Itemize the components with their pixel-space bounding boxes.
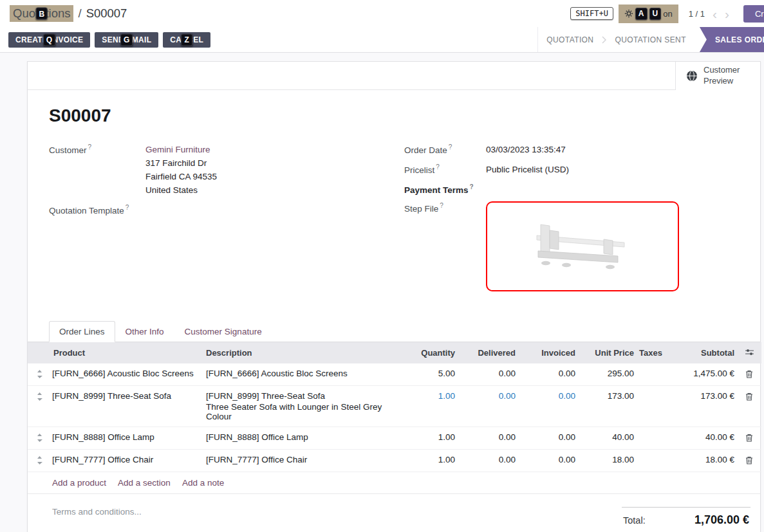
drag-handle-icon[interactable] xyxy=(28,427,51,450)
customer-label: Customer? xyxy=(49,143,145,155)
sheet-head: S00007 Customer? Gemini Furniture 317 Fa… xyxy=(28,90,760,298)
stage-quotation[interactable]: QUOTATION xyxy=(538,35,602,44)
cell-product[interactable]: [FURN_6666] Acoustic Bloc Screens xyxy=(51,363,203,386)
step-file-3d-render xyxy=(521,216,644,277)
terms-placeholder[interactable]: Terms and conditions... xyxy=(52,507,142,517)
record-title[interactable]: S00007 xyxy=(49,105,739,126)
gear-icon xyxy=(624,9,633,18)
cell-product[interactable]: [FURN_8888] Office Lamp xyxy=(51,427,203,450)
cell-delivered[interactable]: 0.00 xyxy=(458,386,518,427)
breadcrumb-quotations-link[interactable]: Quotations B xyxy=(10,5,73,22)
step-file-label: Step File? xyxy=(404,201,486,214)
help-icon: ? xyxy=(126,204,129,211)
cell-product[interactable]: [FURN_7777] Office Chair xyxy=(51,450,203,472)
drag-handle-icon[interactable] xyxy=(28,386,51,427)
tab-other-info[interactable]: Other Info xyxy=(115,321,174,342)
create-invoice-button[interactable]: CREATE INVOICE Q xyxy=(8,32,90,48)
cell-delivered[interactable]: 0.00 xyxy=(458,363,518,386)
stage-sales-order-active[interactable]: SALES ORDER xyxy=(700,27,764,52)
cancel-button[interactable]: CANCEL Z xyxy=(163,32,210,48)
delete-line-icon[interactable] xyxy=(737,386,761,427)
tab-order-lines[interactable]: Order Lines xyxy=(49,321,115,342)
order-line-row[interactable]: [FURN_8999] Three-Seat Sofa [FURN_8999] … xyxy=(28,386,761,427)
list-footer-links: Add a product Add a section Add a note xyxy=(28,472,760,494)
cell-product[interactable]: [FURN_8999] Three-Seat Sofa xyxy=(51,386,203,427)
cell-taxes[interactable] xyxy=(637,386,670,427)
create-button[interactable]: Create xyxy=(743,5,764,23)
add-product-link[interactable]: Add a product xyxy=(52,478,106,488)
help-icon: ? xyxy=(470,183,474,190)
stage-quotation-sent[interactable]: QUOTATION SENT xyxy=(606,35,694,44)
cell-taxes[interactable] xyxy=(637,363,670,386)
field-customer: Customer? Gemini Furniture 317 Fairchild… xyxy=(49,143,394,197)
pricelist-label: Pricelist? xyxy=(404,163,486,175)
cell-description[interactable]: [FURN_8888] Office Lamp xyxy=(203,427,396,450)
col-unit-price: Unit Price xyxy=(578,342,637,363)
cell-unit-price[interactable]: 173.00 xyxy=(578,386,637,427)
breadcrumb-separator: / xyxy=(78,6,81,21)
cell-unit-price[interactable]: 18.00 xyxy=(578,450,637,472)
field-order-date: Order Date? 03/03/2023 13:35:47 xyxy=(404,143,739,156)
tab-customer-signature[interactable]: Customer Signature xyxy=(174,321,272,342)
cell-invoiced[interactable]: 0.00 xyxy=(518,427,578,450)
cell-taxes[interactable] xyxy=(637,450,670,472)
delete-line-icon[interactable] xyxy=(737,450,761,472)
cell-invoiced[interactable]: 0.00 xyxy=(518,450,578,472)
cell-description[interactable]: [FURN_7777] Office Chair xyxy=(203,450,396,472)
action-menu-label: on xyxy=(663,9,672,19)
customer-preview-button[interactable]: Customer Preview xyxy=(675,62,760,90)
cell-unit-price[interactable]: 40.00 xyxy=(578,427,637,450)
field-payment-terms: Payment Terms? xyxy=(404,183,739,195)
add-section-link[interactable]: Add a section xyxy=(118,478,171,488)
cell-invoiced[interactable]: 0.00 xyxy=(518,386,578,427)
send-email-button[interactable]: SEND EMAIL G xyxy=(95,32,158,48)
globe-icon xyxy=(686,70,698,82)
optional-columns-icon[interactable] xyxy=(737,342,761,363)
cell-invoiced[interactable]: 0.00 xyxy=(518,363,578,386)
hotkey-overlay-u: U xyxy=(649,8,662,20)
hotkey-overlay-b: B xyxy=(35,8,48,20)
form-sheet: Customer Preview S00007 Customer? Gemini… xyxy=(27,61,761,532)
breadcrumb-row: Quotations B / S00007 SHIFT+U A U on 1 xyxy=(0,0,764,27)
delete-line-icon[interactable] xyxy=(737,427,761,450)
hotkey-overlay-z: Z xyxy=(181,33,192,46)
cell-delivered[interactable]: 0.00 xyxy=(458,450,518,472)
help-icon: ? xyxy=(88,143,92,151)
cell-quantity[interactable]: 1.00 xyxy=(396,450,458,472)
action-toolbar: CREATE INVOICE Q SEND EMAIL G CANCEL Z Q… xyxy=(0,27,764,52)
cell-quantity[interactable]: 1.00 xyxy=(396,386,458,427)
order-line-row[interactable]: [FURN_7777] Office Chair [FURN_7777] Off… xyxy=(28,450,761,472)
cell-quantity[interactable]: 1.00 xyxy=(396,427,458,450)
total-label: Total: xyxy=(623,515,646,526)
cell-delivered[interactable]: 0.00 xyxy=(458,427,518,450)
field-column-right: Order Date? 03/03/2023 13:35:47 Pricelis… xyxy=(394,143,739,298)
table-header-row: Product Description Quantity Delivered I… xyxy=(28,342,761,363)
cell-subtotal: 1,475.00 € xyxy=(670,363,737,386)
hotkey-overlay-q: Q xyxy=(43,33,56,46)
cell-quantity[interactable]: 5.00 xyxy=(396,363,458,386)
cell-description[interactable]: [FURN_8999] Three-Seat Sofa Three Seater… xyxy=(203,386,396,427)
pricelist-value[interactable]: Public Pricelist (USD) xyxy=(486,163,569,176)
delete-line-icon[interactable] xyxy=(737,363,761,386)
action-menu-button[interactable]: A U on xyxy=(619,5,678,23)
drag-handle-icon[interactable] xyxy=(28,450,51,472)
help-icon: ? xyxy=(440,202,443,209)
order-total: Total: 1,706.00 € xyxy=(622,507,750,532)
pager-next-icon[interactable]: › xyxy=(721,7,733,21)
step-file-preview[interactable] xyxy=(486,201,679,291)
drag-handle-icon[interactable] xyxy=(28,363,51,386)
order-line-row[interactable]: [FURN_6666] Acoustic Bloc Screens [FURN_… xyxy=(28,363,761,386)
order-date-value[interactable]: 03/03/2023 13:35:47 xyxy=(486,143,566,156)
help-icon: ? xyxy=(436,163,440,170)
pager-previous-icon[interactable]: ‹ xyxy=(709,7,721,21)
order-line-row[interactable]: [FURN_8888] Office Lamp [FURN_8888] Offi… xyxy=(28,427,761,450)
cell-unit-price[interactable]: 295.00 xyxy=(578,363,637,386)
payment-terms-label: Payment Terms? xyxy=(404,183,486,195)
notebook: Order Lines Other Info Customer Signatur… xyxy=(28,321,760,494)
add-note-link[interactable]: Add a note xyxy=(182,478,224,488)
cell-taxes[interactable] xyxy=(637,427,670,450)
cell-description[interactable]: [FURN_6666] Acoustic Bloc Screens xyxy=(203,363,396,386)
customer-address-line: 317 Fairchild Dr xyxy=(145,156,217,170)
field-step-file: Step File? xyxy=(404,201,739,291)
customer-link[interactable]: Gemini Furniture xyxy=(145,145,210,154)
